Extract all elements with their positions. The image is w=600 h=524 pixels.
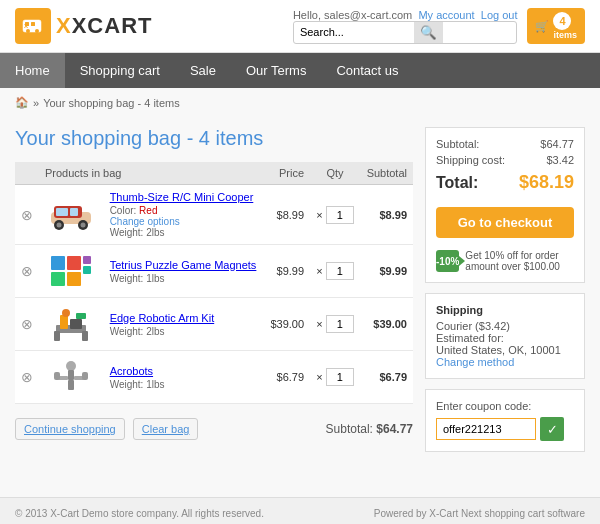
product-price-1: $8.99	[264, 185, 310, 245]
product-meta-2: Weight: 1lbs	[110, 273, 258, 284]
svg-point-25	[62, 309, 70, 317]
coupon-input[interactable]	[436, 418, 536, 440]
total-value: $68.19	[519, 172, 574, 193]
svg-rect-32	[54, 372, 60, 380]
main-content: Your shopping bag - 4 items Products in …	[0, 117, 600, 497]
cart-table: Products in bag Price Qty Subtotal ⊗	[15, 162, 413, 404]
svg-rect-15	[67, 256, 81, 270]
greeting: Hello, sales@x-cart.com My account Log o…	[293, 9, 518, 21]
svg-rect-21	[60, 315, 68, 329]
product-subtotal-2: $9.99	[360, 245, 413, 298]
product-name-3[interactable]: Edge Robotic Arm Kit	[110, 312, 215, 324]
qty-input-1[interactable]	[326, 206, 354, 224]
product-subtotal-1: $8.99	[360, 185, 413, 245]
svg-rect-19	[83, 266, 91, 274]
svg-rect-23	[54, 331, 60, 341]
footer-right: Powered by X-Cart Next shopping cart sof…	[374, 508, 585, 519]
checkout-button[interactable]: Go to checkout	[436, 207, 574, 238]
svg-rect-8	[56, 208, 68, 216]
coupon-submit-button[interactable]: ✓	[540, 417, 564, 441]
product-name-2[interactable]: Tetrius Puzzle Game Magnets	[110, 259, 257, 271]
shipping-title: Shipping	[436, 304, 574, 316]
logo[interactable]: X XXCART	[15, 8, 152, 44]
footer-left: © 2013 X-Cart Demo store company. All ri…	[15, 508, 264, 519]
col-qty: Qty	[310, 162, 360, 185]
search-input[interactable]	[294, 23, 414, 41]
discount-row: -10% Get 10% off for order amount over $…	[436, 250, 574, 272]
product-price-2: $9.99	[264, 245, 310, 298]
svg-point-11	[57, 222, 62, 227]
product-name-1[interactable]: Thumb-Size R/C Mini Cooper	[110, 191, 254, 203]
svg-point-4	[35, 29, 39, 33]
order-summary: Subtotal: $64.77 Shipping cost: $3.42 To…	[425, 127, 585, 283]
continue-shopping-button[interactable]: Continue shopping	[15, 418, 125, 440]
breadcrumb-home[interactable]: 🏠	[15, 96, 29, 109]
product-price-3: $39.00	[264, 298, 310, 351]
table-row: ⊗	[15, 245, 413, 298]
svg-rect-26	[76, 313, 86, 319]
remove-item-1[interactable]: ⊗	[21, 207, 33, 223]
qty-input-3[interactable]	[326, 315, 354, 333]
svg-rect-31	[68, 380, 74, 390]
subtotal-label: Subtotal:	[436, 138, 479, 150]
nav-item-shopping-cart[interactable]: Shopping cart	[65, 53, 175, 88]
clear-bag-button[interactable]: Clear bag	[133, 418, 199, 440]
svg-text:X: X	[24, 23, 28, 29]
estimated-value: United States, OK, 10001	[436, 344, 574, 356]
search-button[interactable]: 🔍	[414, 22, 443, 43]
product-name-4[interactable]: Acrobots	[110, 365, 153, 377]
total-row: Total: $68.19	[436, 172, 574, 193]
qty-input-2[interactable]	[326, 262, 354, 280]
product-subtotal-3: $39.00	[360, 298, 413, 351]
logo-icon: X	[15, 8, 51, 44]
estimated-label: Estimated for:	[436, 332, 574, 344]
coupon-input-row: ✓	[436, 417, 574, 441]
product-subtotal-4: $6.79	[360, 351, 413, 404]
remove-item-3[interactable]: ⊗	[21, 316, 33, 332]
product-meta-1: Color: Red Change options Weight: 2lbs	[110, 205, 258, 238]
cart-widget[interactable]: 🛒 4 items	[527, 8, 585, 44]
cart-subtotal: Subtotal: $64.77	[326, 422, 413, 436]
remove-item-2[interactable]: ⊗	[21, 263, 33, 279]
svg-rect-2	[31, 22, 35, 26]
nav-item-home[interactable]: Home	[0, 53, 65, 88]
svg-point-13	[81, 222, 86, 227]
logout-link[interactable]: Log out	[481, 9, 518, 21]
svg-rect-33	[82, 372, 88, 380]
svg-rect-14	[51, 256, 65, 270]
shipping-value: $3.42	[546, 154, 574, 166]
table-row: ⊗	[15, 351, 413, 404]
svg-point-27	[66, 361, 76, 371]
footer: © 2013 X-Cart Demo store company. All ri…	[0, 497, 600, 524]
product-price-4: $6.79	[264, 351, 310, 404]
subtotal-row: Subtotal: $64.77	[436, 138, 574, 150]
svg-rect-24	[82, 331, 88, 341]
breadcrumb-current: Your shopping bag - 4 items	[43, 97, 180, 109]
header-right: Hello, sales@x-cart.com My account Log o…	[293, 8, 585, 44]
nav-item-our-terms[interactable]: Our Terms	[231, 53, 321, 88]
svg-rect-28	[68, 370, 74, 380]
svg-rect-22	[70, 319, 82, 329]
shipping-label: Shipping cost:	[436, 154, 505, 166]
header: X XXCART Hello, sales@x-cart.com My acco…	[0, 0, 600, 53]
search-box[interactable]: 🔍	[293, 21, 518, 44]
nav-item-contact-us[interactable]: Contact us	[321, 53, 413, 88]
my-account-link[interactable]: My account	[418, 9, 474, 21]
qty-input-4[interactable]	[326, 368, 354, 386]
cart-bottom: Continue shopping Clear bag Subtotal: $6…	[15, 408, 413, 450]
change-options-link[interactable]: Change options	[110, 216, 180, 227]
svg-rect-16	[51, 272, 65, 286]
svg-rect-18	[83, 256, 91, 264]
remove-item-4[interactable]: ⊗	[21, 369, 33, 385]
nav-item-sale[interactable]: Sale	[175, 53, 231, 88]
navigation: Home Shopping cart Sale Our Terms Contac…	[0, 53, 600, 88]
change-method-link[interactable]: Change method	[436, 356, 514, 368]
col-subtotal: Subtotal	[360, 162, 413, 185]
page-title: Your shopping bag - 4 items	[15, 127, 413, 150]
sidebar: Subtotal: $64.77 Shipping cost: $3.42 To…	[425, 127, 585, 487]
coupon-box: Enter coupon code: ✓	[425, 389, 585, 452]
cart-icon: 🛒	[535, 20, 549, 33]
table-row: ⊗	[15, 298, 413, 351]
breadcrumb: 🏠 » Your shopping bag - 4 items	[0, 88, 600, 117]
cart-actions: Continue shopping Clear bag	[15, 418, 198, 440]
